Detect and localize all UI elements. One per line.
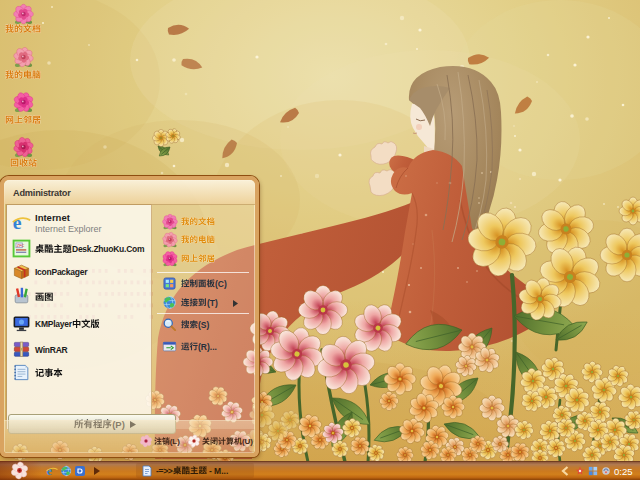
svg-text:ZFC: ZFC xyxy=(17,243,25,248)
svg-text:e: e xyxy=(47,465,53,477)
svg-text:e: e xyxy=(13,213,22,232)
